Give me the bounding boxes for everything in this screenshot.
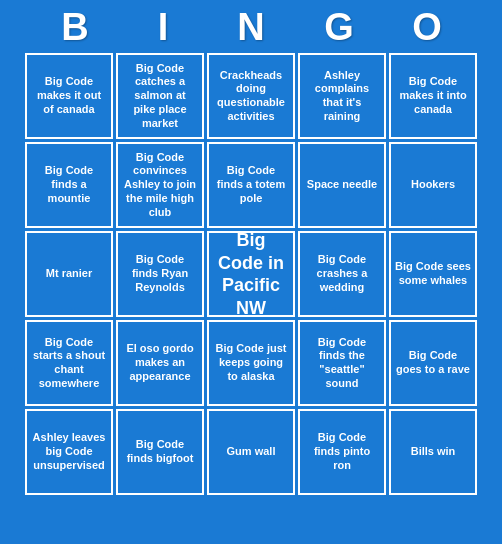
- bingo-cell-24[interactable]: Bills win: [389, 409, 477, 495]
- bingo-cell-11[interactable]: Big Code finds Ryan Reynolds: [116, 231, 204, 317]
- bingo-cell-13[interactable]: Big Code crashes a wedding: [298, 231, 386, 317]
- bingo-cell-7[interactable]: Big Code finds a totem pole: [207, 142, 295, 228]
- bingo-cell-20[interactable]: Ashley leaves big Code unsupervised: [25, 409, 113, 495]
- header-letter-g: G: [295, 6, 383, 49]
- bingo-cell-18[interactable]: Big Code finds the "seattle" sound: [298, 320, 386, 406]
- bingo-cell-19[interactable]: Big Code goes to a rave: [389, 320, 477, 406]
- bingo-cell-17[interactable]: Big Code just keeps going to alaska: [207, 320, 295, 406]
- bingo-cell-10[interactable]: Mt ranier: [25, 231, 113, 317]
- bingo-cell-22[interactable]: Gum wall: [207, 409, 295, 495]
- header-letter-n: N: [207, 6, 295, 49]
- bingo-header: BINGO: [0, 0, 502, 53]
- bingo-cell-4[interactable]: Big Code makes it into canada: [389, 53, 477, 139]
- header-letter-b: B: [31, 6, 119, 49]
- bingo-cell-21[interactable]: Big Code finds bigfoot: [116, 409, 204, 495]
- bingo-cell-14[interactable]: Big Code sees some whales: [389, 231, 477, 317]
- bingo-cell-16[interactable]: El oso gordo makes an appearance: [116, 320, 204, 406]
- bingo-cell-15[interactable]: Big Code starts a shout chant somewhere: [25, 320, 113, 406]
- header-letter-i: I: [119, 6, 207, 49]
- bingo-grid: Big Code makes it out of canadaBig Code …: [17, 53, 485, 503]
- bingo-cell-3[interactable]: Ashley complains that it's raining: [298, 53, 386, 139]
- bingo-cell-2[interactable]: Crackheads doing questionable activities: [207, 53, 295, 139]
- bingo-cell-5[interactable]: Big Code finds a mountie: [25, 142, 113, 228]
- bingo-cell-1[interactable]: Big Code catches a salmon at pike place …: [116, 53, 204, 139]
- bingo-cell-8[interactable]: Space needle: [298, 142, 386, 228]
- bingo-cell-0[interactable]: Big Code makes it out of canada: [25, 53, 113, 139]
- bingo-cell-12[interactable]: Big Code in Pacific NW: [207, 231, 295, 317]
- bingo-cell-23[interactable]: Big Code finds pinto ron: [298, 409, 386, 495]
- header-letter-o: O: [383, 6, 471, 49]
- bingo-cell-6[interactable]: Big Code convinces Ashley to join the mi…: [116, 142, 204, 228]
- bingo-cell-9[interactable]: Hookers: [389, 142, 477, 228]
